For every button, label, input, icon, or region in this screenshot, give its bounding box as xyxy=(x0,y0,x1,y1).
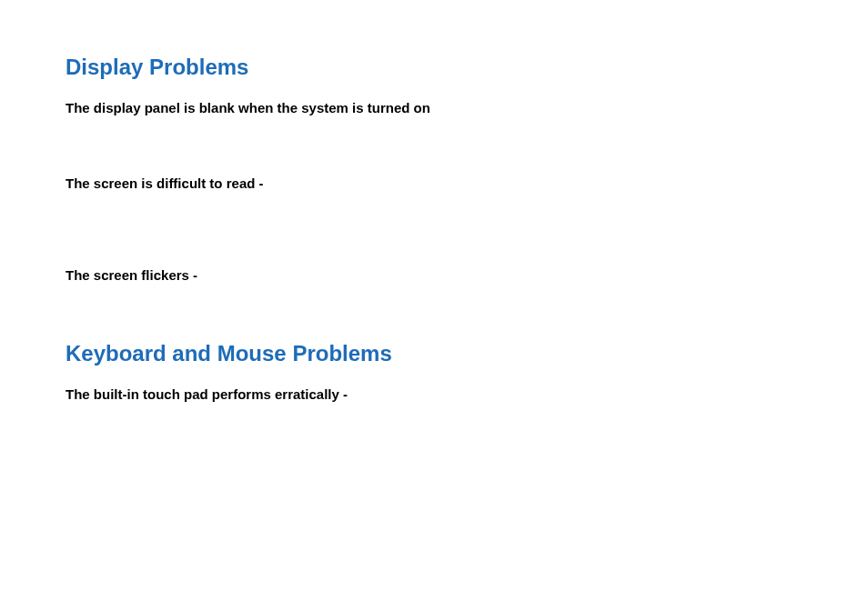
section-heading-display-problems: Display Problems xyxy=(66,55,802,80)
problem-item: The display panel is blank when the syst… xyxy=(66,98,802,117)
problem-item: The screen is difficult to read - xyxy=(66,174,802,193)
problem-item: The screen flickers - xyxy=(66,265,802,285)
section-heading-keyboard-mouse-problems: Keyboard and Mouse Problems xyxy=(66,341,802,366)
problem-item: The built-in touch pad performs erratica… xyxy=(66,385,802,404)
